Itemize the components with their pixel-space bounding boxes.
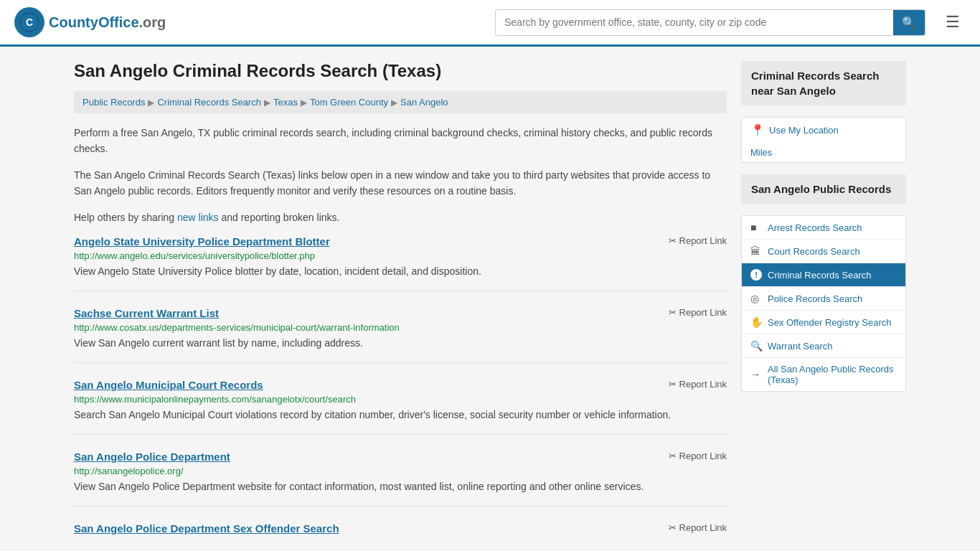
breadcrumb-sep-1: ▶ bbox=[148, 98, 154, 108]
result-title[interactable]: Angelo State University Police Departmen… bbox=[74, 235, 330, 248]
report-link[interactable]: ✂ Report Link bbox=[669, 235, 727, 246]
scissors-icon: ✂ bbox=[669, 522, 677, 533]
breadcrumb: Public Records ▶ Criminal Records Search… bbox=[74, 91, 727, 113]
logo[interactable]: C CountyOffice.org bbox=[14, 7, 166, 37]
result-title[interactable]: Sachse Current Warrant List bbox=[74, 307, 219, 319]
result-title[interactable]: San Angelo Police Department Sex Offende… bbox=[74, 522, 339, 534]
sidebar-miles[interactable]: Miles bbox=[741, 143, 906, 163]
sidebar-link-criminal-records[interactable]: ! Criminal Records Search bbox=[742, 263, 905, 287]
result-item: San Angelo Police Department Sex Offende… bbox=[74, 522, 727, 549]
breadcrumb-sep-4: ▶ bbox=[391, 98, 397, 108]
sidebar-links: ■ Arrest Records Search 🏛 Court Records … bbox=[741, 215, 906, 392]
sidebar-link-court-records[interactable]: 🏛 Court Records Search bbox=[742, 240, 905, 263]
magnify-icon: 🔍 bbox=[750, 340, 762, 352]
results-list: Angelo State University Police Departmen… bbox=[74, 235, 727, 549]
report-link[interactable]: ✂ Report Link bbox=[669, 522, 727, 533]
search-button[interactable]: 🔍 bbox=[893, 10, 925, 35]
sidebar-link-arrest-records[interactable]: ■ Arrest Records Search bbox=[742, 216, 905, 240]
location-pin-icon: 📍 bbox=[750, 123, 765, 137]
report-link[interactable]: ✂ Report Link bbox=[669, 451, 727, 461]
sidebar-use-location[interactable]: 📍 Use My Location bbox=[741, 117, 906, 143]
result-item: San Angelo Police Department ✂ Report Li… bbox=[74, 451, 727, 507]
sidebar-link-all-public-records[interactable]: → All San Angelo Public Records (Texas) bbox=[742, 358, 905, 391]
sidebar-link-police-records[interactable]: ◎ Police Records Search bbox=[742, 287, 905, 311]
result-desc: View San Angelo Police Department websit… bbox=[74, 479, 727, 494]
sidebar-link-warrant-search[interactable]: 🔍 Warrant Search bbox=[742, 334, 905, 358]
arrow-right-icon: → bbox=[750, 369, 762, 380]
description-1: Perform a free San Angelo, TX public cri… bbox=[74, 125, 727, 157]
breadcrumb-san-angelo[interactable]: San Angelo bbox=[400, 97, 448, 108]
hand-icon: ✋ bbox=[750, 316, 762, 328]
breadcrumb-public-records[interactable]: Public Records bbox=[83, 97, 145, 108]
scissors-icon: ✂ bbox=[669, 307, 677, 318]
logo-text: CountyOffice.org bbox=[49, 14, 166, 31]
scissors-icon: ✂ bbox=[669, 451, 677, 461]
sidebar-public-records-title: San Angelo Public Records bbox=[751, 182, 896, 197]
sidebar: Criminal Records Search near San Angelo … bbox=[741, 61, 906, 551]
result-url[interactable]: http://www.angelo.edu/services/universit… bbox=[74, 250, 727, 261]
sidebar-link-sex-offender[interactable]: ✋ Sex Offender Registry Search bbox=[742, 311, 905, 334]
result-url[interactable]: https://www.municipalonlinepayments.com/… bbox=[74, 394, 727, 405]
description-2: The San Angelo Criminal Records Search (… bbox=[74, 167, 727, 199]
result-title[interactable]: San Angelo Municipal Court Records bbox=[74, 379, 263, 391]
search-icon: 🔍 bbox=[902, 17, 916, 29]
breadcrumb-sep-2: ▶ bbox=[264, 98, 270, 108]
breadcrumb-texas[interactable]: Texas bbox=[273, 97, 298, 108]
exclamation-icon: ! bbox=[750, 269, 762, 281]
result-desc: View Angelo State University Police blot… bbox=[74, 264, 727, 279]
result-desc: Search San Angelo Municipal Court violat… bbox=[74, 408, 727, 423]
result-item: Sachse Current Warrant List ✂ Report Lin… bbox=[74, 307, 727, 363]
svg-text:C: C bbox=[26, 17, 33, 28]
breadcrumb-criminal-records-search[interactable]: Criminal Records Search bbox=[157, 97, 261, 108]
sidebar-public-records-section: San Angelo Public Records bbox=[741, 174, 906, 204]
sidebar-nearby-section: Criminal Records Search near San Angelo bbox=[741, 61, 906, 105]
page-title: San Angelo Criminal Records Search (Texa… bbox=[74, 61, 727, 81]
scissors-icon: ✂ bbox=[669, 379, 677, 390]
result-title[interactable]: San Angelo Police Department bbox=[74, 451, 230, 463]
result-desc: View San Angelo current warrant list by … bbox=[74, 336, 727, 351]
content-area: San Angelo Criminal Records Search (Texa… bbox=[74, 61, 727, 551]
square-icon: ■ bbox=[750, 222, 762, 233]
court-icon: 🏛 bbox=[750, 245, 762, 257]
sidebar-nearby-title: Criminal Records Search near San Angelo bbox=[751, 68, 896, 98]
circle-icon: ◎ bbox=[750, 293, 762, 304]
result-url[interactable]: http://sanangelopolice.org/ bbox=[74, 466, 727, 476]
report-link[interactable]: ✂ Report Link bbox=[669, 379, 727, 390]
description-3: Help others by sharing new links and rep… bbox=[74, 209, 727, 225]
scissors-icon: ✂ bbox=[669, 235, 677, 246]
new-links-link[interactable]: new links bbox=[177, 212, 219, 223]
search-bar: 🔍 bbox=[495, 9, 925, 36]
result-item: San Angelo Municipal Court Records ✂ Rep… bbox=[74, 379, 727, 435]
report-link[interactable]: ✂ Report Link bbox=[669, 307, 727, 318]
breadcrumb-sep-3: ▶ bbox=[301, 98, 307, 108]
breadcrumb-tom-green-county[interactable]: Tom Green County bbox=[310, 97, 388, 108]
hamburger-menu-button[interactable]: ☰ bbox=[940, 10, 966, 34]
search-input[interactable] bbox=[496, 11, 893, 34]
result-url[interactable]: http://www.cosatx.us/departments-service… bbox=[74, 322, 727, 333]
logo-icon: C bbox=[14, 7, 44, 37]
hamburger-icon: ☰ bbox=[946, 13, 960, 31]
result-item: Angelo State University Police Departmen… bbox=[74, 235, 727, 291]
